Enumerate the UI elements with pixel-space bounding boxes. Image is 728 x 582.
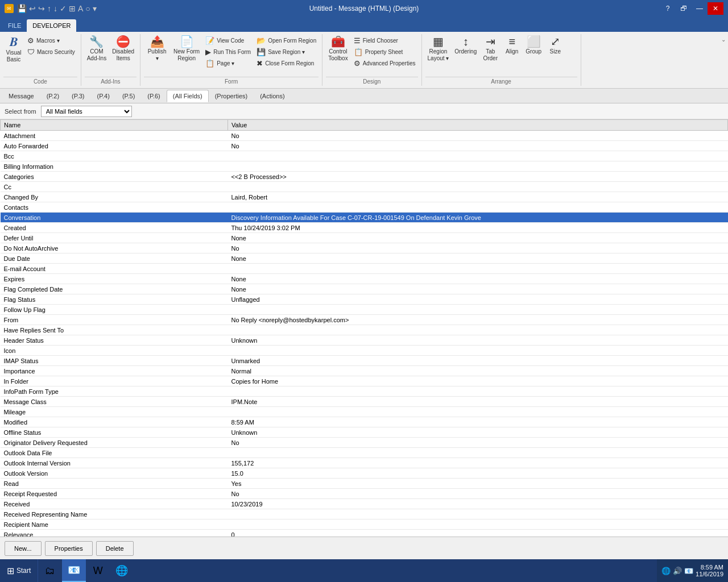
- taskbar-outlook[interactable]: 📧: [62, 559, 86, 582]
- region-layout-button[interactable]: ▦ RegionLayout ▾: [425, 34, 452, 64]
- new-button[interactable]: New...: [5, 541, 42, 556]
- close-form-region-button[interactable]: ✖ Close Form Region: [254, 58, 318, 69]
- advanced-properties-button[interactable]: ⚙ Advanced Properties: [351, 58, 418, 69]
- macros-button[interactable]: ⚙ Macros ▾: [25, 35, 77, 46]
- table-row[interactable]: Contacts: [1, 202, 728, 213]
- taskbar-chrome[interactable]: 🌐: [110, 559, 134, 582]
- tab-all-fields[interactable]: (All Fields): [167, 90, 209, 102]
- tab-p3[interactable]: (P.3): [65, 90, 90, 102]
- table-row[interactable]: Mileage: [1, 407, 728, 417]
- property-sheet-button[interactable]: 📋 Property Sheet: [351, 47, 418, 57]
- new-form-region-button[interactable]: 📄 New FormRegion: [171, 34, 202, 64]
- table-row[interactable]: Recipient Name: [1, 519, 728, 530]
- taskbar-file-explorer[interactable]: 🗂: [38, 559, 62, 582]
- start-button[interactable]: ⊞ Start: [0, 559, 38, 582]
- table-row[interactable]: ImportanceNormal: [1, 366, 728, 376]
- macro-security-button[interactable]: 🛡 Macro Security: [25, 47, 77, 57]
- visual-basic-button[interactable]: 𝑩 VisualBasic: [3, 34, 24, 65]
- table-row[interactable]: Auto ForwardedNo: [1, 141, 728, 151]
- table-row[interactable]: Categories<<2 B Processed>>: [1, 172, 728, 182]
- tab-actions[interactable]: (Actions): [254, 90, 291, 102]
- minimize-button[interactable]: —: [692, 2, 708, 15]
- ordering-button[interactable]: ↕ Ordering: [452, 34, 479, 57]
- table-row[interactable]: IMAP StatusUnmarked: [1, 356, 728, 366]
- tab-file[interactable]: FILE: [2, 19, 27, 32]
- table-row[interactable]: Receipt RequestedNo: [1, 489, 728, 499]
- ribbon-expand-btn[interactable]: ⌄: [719, 34, 728, 86]
- checkmark-icon[interactable]: ✓: [60, 4, 67, 13]
- table-row[interactable]: Due DateNone: [1, 253, 728, 264]
- table-row[interactable]: Follow Up Flag: [1, 305, 728, 315]
- save-region-button[interactable]: 💾 Save Region ▾: [254, 47, 318, 57]
- table-row[interactable]: ReadYes: [1, 479, 728, 489]
- table-row[interactable]: ExpiresNone: [1, 274, 728, 284]
- page-button[interactable]: 📋 Page ▾: [203, 58, 253, 69]
- down-icon[interactable]: ↓: [53, 4, 57, 13]
- taskbar-word[interactable]: W: [86, 559, 110, 582]
- table-row[interactable]: Received Representing Name: [1, 509, 728, 519]
- help-button[interactable]: ?: [660, 2, 676, 15]
- disabled-items-button[interactable]: ⛔ DisabledItems: [110, 34, 136, 64]
- circle-icon[interactable]: ○: [85, 4, 90, 13]
- table-row[interactable]: Modified8:59 AM: [1, 417, 728, 427]
- publish-button[interactable]: 📤 Publish▾: [144, 34, 170, 64]
- tab-message[interactable]: Message: [2, 90, 40, 102]
- table-row[interactable]: Cc: [1, 182, 728, 192]
- table-row[interactable]: Bcc: [1, 151, 728, 161]
- table-row[interactable]: Changed ByLaird, Robert: [1, 192, 728, 202]
- save-quick-icon[interactable]: 💾: [17, 4, 27, 13]
- tab-p5[interactable]: (P.5): [116, 90, 141, 102]
- table-row[interactable]: InfoPath Form Type: [1, 386, 728, 397]
- table-row[interactable]: Outlook Version15.0: [1, 468, 728, 479]
- tab-properties[interactable]: (Properties): [209, 90, 254, 102]
- control-toolbox-button[interactable]: 🧰 ControlToolbox: [326, 34, 350, 64]
- grid-icon[interactable]: ⊞: [69, 4, 76, 13]
- property-sheet-icon: 📋: [354, 48, 363, 56]
- table-row[interactable]: Offline StatusUnknown: [1, 427, 728, 438]
- font-icon[interactable]: A: [78, 4, 83, 13]
- table-row[interactable]: FromNo Reply <noreply@hostedbykarpel.com…: [1, 315, 728, 325]
- table-row[interactable]: Outlook Internal Version155,172: [1, 458, 728, 468]
- com-addins-button[interactable]: 🔧 COMAdd-Ins: [85, 34, 109, 64]
- table-row[interactable]: Icon: [1, 346, 728, 356]
- group-button[interactable]: ⬜ Group: [523, 34, 544, 57]
- tab-p4[interactable]: (P.4): [90, 90, 115, 102]
- table-row[interactable]: Flag StatusUnflagged: [1, 294, 728, 305]
- table-row[interactable]: ConversationDiscovery Information Availa…: [1, 213, 728, 223]
- table-row[interactable]: Outlook Data File: [1, 448, 728, 458]
- table-row[interactable]: Billing Information: [1, 161, 728, 172]
- open-form-region-button[interactable]: 📂 Open Form Region: [254, 35, 318, 46]
- table-row[interactable]: Flag Completed DateNone: [1, 284, 728, 294]
- properties-button[interactable]: Properties: [45, 541, 93, 556]
- tab-developer[interactable]: DEVELOPER: [27, 19, 76, 32]
- table-row[interactable]: Do Not AutoArchiveNo: [1, 243, 728, 253]
- redo-icon[interactable]: ↪: [38, 4, 45, 13]
- delete-button[interactable]: Delete: [96, 541, 134, 556]
- tab-order-button[interactable]: ⇥ TabOrder: [480, 34, 500, 64]
- tab-p2[interactable]: (P.2): [40, 90, 65, 102]
- close-button[interactable]: ✕: [708, 2, 723, 15]
- table-row[interactable]: Header StatusUnknown: [1, 335, 728, 346]
- table-row[interactable]: Defer UntilNone: [1, 233, 728, 243]
- table-row[interactable]: Relevance0: [1, 530, 728, 537]
- undo-icon[interactable]: ↩: [29, 4, 36, 13]
- table-row[interactable]: CreatedThu 10/24/2019 3:02 PM: [1, 223, 728, 233]
- restore-button[interactable]: 🗗: [676, 2, 692, 15]
- size-button[interactable]: ⤢ Size: [545, 34, 565, 57]
- table-row[interactable]: AttachmentNo: [1, 131, 728, 141]
- table-wrapper[interactable]: Name Value AttachmentNoAuto ForwardedNoB…: [0, 119, 728, 537]
- dropdown-icon[interactable]: ▾: [93, 4, 97, 13]
- select-from-dropdown[interactable]: All Mail fieldsFrequently-used fieldsAdd…: [41, 106, 132, 117]
- table-row[interactable]: Message ClassIPM.Note: [1, 397, 728, 407]
- table-row[interactable]: Originator Delivery RequestedNo: [1, 438, 728, 448]
- align-button[interactable]: ≡ Align: [502, 34, 522, 57]
- table-row[interactable]: Received10/23/2019: [1, 499, 728, 509]
- view-code-button[interactable]: 📝 View Code: [203, 35, 253, 46]
- table-row[interactable]: Have Replies Sent To: [1, 325, 728, 335]
- table-row[interactable]: In FolderCopies for Home: [1, 376, 728, 386]
- run-this-form-button[interactable]: ▶ Run This Form: [203, 47, 253, 57]
- up-icon[interactable]: ↑: [47, 4, 51, 13]
- field-chooser-button[interactable]: ☰ Field Chooser: [351, 35, 418, 46]
- tab-p6[interactable]: (P.6): [141, 90, 166, 102]
- table-row[interactable]: E-mail Account: [1, 264, 728, 274]
